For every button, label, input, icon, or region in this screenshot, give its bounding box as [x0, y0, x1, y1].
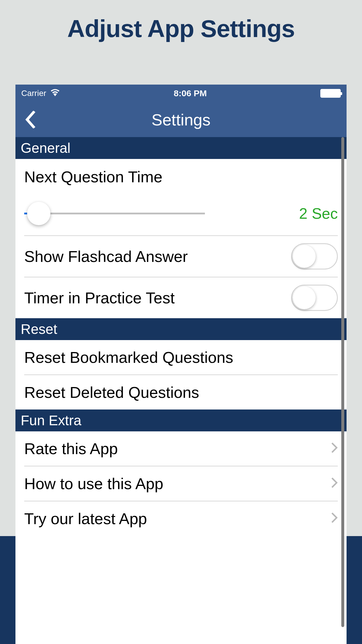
reset-bookmarked-label: Reset Bookmarked Questions — [24, 348, 233, 366]
reset-deleted-button[interactable]: Reset Deleted Questions — [15, 375, 347, 410]
reset-bookmarked-button[interactable]: Reset Bookmarked Questions — [15, 340, 347, 374]
show-flashcard-label: Show Flashcad Answer — [24, 247, 188, 265]
toggle-knob — [293, 286, 316, 309]
status-bar: Carrier 8:06 PM — [15, 85, 347, 102]
timer-practice-label: Timer in Practice Test — [24, 289, 175, 307]
timer-practice-toggle[interactable] — [291, 285, 338, 311]
how-to-use-label: How to use this App — [24, 475, 163, 493]
next-question-time-value: 2 Sec — [299, 205, 338, 222]
settings-content: General Next Question Time 2 Sec Show Fl… — [15, 137, 347, 644]
nav-bar: Settings — [15, 102, 347, 137]
slider-thumb[interactable] — [27, 202, 50, 225]
try-latest-app-label: Try our latest App — [24, 510, 147, 528]
scrollbar[interactable] — [341, 137, 344, 627]
section-header-general: General — [15, 137, 347, 159]
reset-deleted-label: Reset Deleted Questions — [24, 383, 199, 401]
chevron-right-icon — [331, 441, 338, 457]
next-question-time-slider-row: 2 Sec — [15, 195, 347, 235]
rate-app-label: Rate this App — [24, 440, 118, 458]
wifi-icon — [50, 89, 60, 98]
rate-app-button[interactable]: Rate this App — [15, 431, 347, 466]
section-header-reset: Reset — [15, 318, 347, 340]
how-to-use-button[interactable]: How to use this App — [15, 466, 347, 501]
chevron-left-icon — [24, 111, 36, 128]
next-question-time-label: Next Question Time — [24, 168, 338, 186]
promo-title: Adjust App Settings — [0, 0, 362, 60]
chevron-right-icon — [331, 476, 338, 492]
next-question-time-item: Next Question Time — [15, 159, 347, 195]
phone-frame: Carrier 8:06 PM Settings General Next Qu… — [15, 85, 347, 644]
carrier-label: Carrier — [21, 89, 46, 98]
status-left: Carrier — [21, 89, 60, 98]
timer-practice-row: Timer in Practice Test — [15, 277, 347, 318]
battery-icon — [320, 89, 341, 98]
show-flashcard-row: Show Flashcad Answer — [15, 236, 347, 277]
back-button[interactable] — [20, 109, 40, 130]
next-question-time-slider[interactable] — [24, 213, 205, 214]
chevron-right-icon — [331, 511, 338, 527]
show-flashcard-toggle[interactable] — [291, 243, 338, 270]
nav-title: Settings — [15, 110, 347, 129]
try-latest-app-button[interactable]: Try our latest App — [15, 501, 347, 536]
section-header-fun-extra: Fun Extra — [15, 410, 347, 431]
status-time: 8:06 PM — [174, 88, 207, 98]
toggle-knob — [293, 245, 316, 268]
